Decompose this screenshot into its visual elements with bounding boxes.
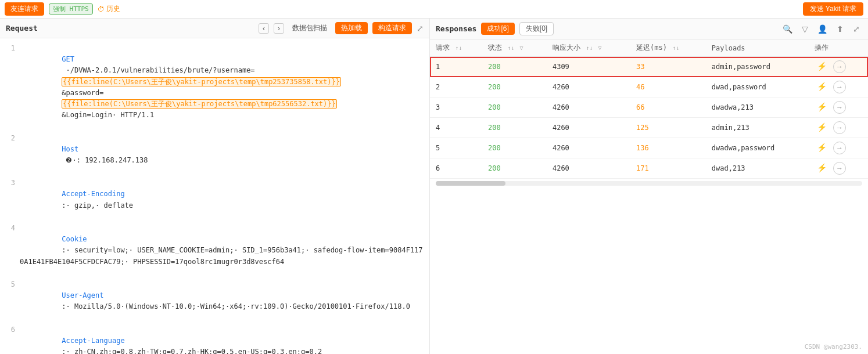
cell-size: 4260 <box>547 138 630 158</box>
user-icon: 👤 <box>817 24 827 34</box>
cell-actions: ⚡ → <box>809 77 868 97</box>
cell-latency: 66 <box>630 97 706 118</box>
cell-payload: dwad,password <box>706 77 809 97</box>
line-number-1: 1 <box>6 43 15 132</box>
http-method: GET <box>62 55 74 63</box>
nav-next-button[interactable]: › <box>274 23 284 34</box>
filter-icon: ▽ <box>802 24 808 34</box>
nav-prev-button[interactable]: ‹ <box>259 23 269 34</box>
cell-latency: 171 <box>630 158 706 179</box>
scrollbar-thumb[interactable] <box>436 181 505 186</box>
request-line-6: 6 Accept-Language :· zh-CN,zh;q=0.8,zh-T… <box>6 324 424 354</box>
action-arrow-button[interactable]: → <box>833 162 846 175</box>
col-header-payloads: Payloads <box>706 39 809 57</box>
header-useragent-val: :· Mozilla/5.0·(Windows·NT·10.0;·Win64;·… <box>62 302 410 310</box>
action-send-button[interactable]: ⚡ <box>815 61 829 71</box>
table-row[interactable]: 2 200 4260 46 dwad,password ⚡ → <box>430 77 868 97</box>
search-icon-button[interactable]: 🔍 <box>780 23 795 35</box>
responses-table: 请求 ↑↓ 状态 ↑↓ ▽ 响应大小 ↑↓ ▽ <box>430 39 868 354</box>
export-icon-button[interactable]: ⬆ <box>834 23 846 35</box>
responses-data-table: 请求 ↑↓ 状态 ↑↓ ▽ 响应大小 ↑↓ ▽ <box>430 39 868 179</box>
line-number-6: 6 <box>6 324 15 354</box>
table-row[interactable]: 3 200 4260 66 dwadwa,213 ⚡ → <box>430 97 868 118</box>
cell-req-num: 6 <box>430 158 482 179</box>
action-arrow-button[interactable]: → <box>833 81 846 93</box>
sort-icon-latency: ↑↓ <box>672 45 679 51</box>
fuzz-username-payload: {{file:line(C:\Users\王子俊\yakit-projects\… <box>62 77 341 86</box>
horizontal-scrollbar[interactable] <box>436 181 862 186</box>
cell-status: 200 <box>482 57 547 77</box>
table-row[interactable]: 1 200 4309 33 admin,password ⚡ → <box>430 57 868 77</box>
action-send-button[interactable]: ⚡ <box>815 142 829 153</box>
right-toolbar: Responses 成功[6] 失败[0] 🔍 ▽ 👤 ⬆ ⤢ <box>430 19 868 39</box>
friend-request-button[interactable]: 友连请求 <box>5 2 44 16</box>
col-header-size: 响应大小 ↑↓ ▽ <box>547 39 630 57</box>
request-line-2: 2 Host ❷·: 192.168.247.138 <box>6 133 424 178</box>
action-arrow-button[interactable]: → <box>833 101 846 114</box>
url-base: ·/DVWA-2.0.1/vulnerabilities/brute/?user… <box>62 66 254 74</box>
header-acceptlang-val: :· zh-CN,zh;q=0.8,zh-TW;q=0.7,zh-HK;q=0.… <box>62 348 322 354</box>
cell-req-num: 4 <box>430 118 482 138</box>
user-icon-button[interactable]: 👤 <box>815 23 830 35</box>
fuzz-password-payload: {{file:line(C:\Users\王子俊\yakit-projects\… <box>62 99 336 109</box>
request-panel-title: Request <box>6 24 254 32</box>
left-expand-button[interactable]: ⤢ <box>417 24 424 33</box>
line-number-2: 2 <box>6 133 15 178</box>
url-login: &Login=Login· HTTP/1.1 <box>62 111 154 119</box>
success-filter-button[interactable]: 成功[6] <box>481 23 514 35</box>
cell-req-num: 5 <box>430 138 482 158</box>
col-header-status: 状态 ↑↓ ▽ <box>482 39 547 57</box>
cell-payload: admin,password <box>706 57 809 77</box>
table-row[interactable]: 4 200 4260 125 admin,213 ⚡ → <box>430 118 868 138</box>
search-icon: 🔍 <box>783 24 792 34</box>
submit-fuzzer-button[interactable]: 发送 Yakit 请求 <box>803 2 863 16</box>
cell-status: 200 <box>482 118 547 138</box>
line-content-4: Cookie :· security=low;· USER_NAME_COOKI… <box>20 223 424 279</box>
history-tag: ⏱ 历史 <box>98 4 120 14</box>
cell-req-num: 1 <box>430 57 482 77</box>
cell-latency: 46 <box>630 77 706 97</box>
cell-size: 4260 <box>547 97 630 118</box>
line-number-5: 5 <box>6 279 15 324</box>
main-content: Request ‹ › 数据包扫描 热加载 构造请求 ⤢ 1 GET ·/DVW… <box>0 19 868 354</box>
responses-tbody: 1 200 4309 33 admin,password ⚡ → 2 200 4… <box>430 57 868 179</box>
filter-icon-button[interactable]: ▽ <box>799 23 810 35</box>
cell-actions: ⚡ → <box>809 138 868 158</box>
cell-actions: ⚡ → <box>809 158 868 179</box>
action-send-button[interactable]: ⚡ <box>815 162 829 173</box>
request-editor[interactable]: 1 GET ·/DVWA-2.0.1/vulnerabilities/brute… <box>0 38 429 354</box>
expand-icon: ⤢ <box>853 24 860 34</box>
watermark: CSDN @wang2303. <box>805 343 862 351</box>
data-scan-button[interactable]: 数据包扫描 <box>289 22 331 34</box>
header-useragent-key: User-Agent <box>62 291 103 299</box>
action-arrow-button[interactable]: → <box>833 142 846 154</box>
action-send-button[interactable]: ⚡ <box>815 122 829 132</box>
cell-size: 4260 <box>547 77 630 97</box>
cell-status: 200 <box>482 77 547 97</box>
cell-req-num: 3 <box>430 97 482 118</box>
history-label: 历史 <box>106 4 120 14</box>
action-send-button[interactable]: ⚡ <box>815 102 829 112</box>
cell-actions: ⚡ → <box>809 97 868 118</box>
line-content-2: Host ❷·: 192.168.247.138 <box>20 133 424 178</box>
action-arrow-button[interactable]: → <box>833 121 846 134</box>
fail-filter-button[interactable]: 失败[0] <box>519 22 554 35</box>
header-host-badge: ❷·: 192.168.247.138 <box>62 156 148 164</box>
request-line-5: 5 User-Agent :· Mozilla/5.0·(Windows·NT·… <box>6 279 424 324</box>
construct-request-button[interactable]: 构造请求 <box>372 22 412 34</box>
table-row[interactable]: 5 200 4260 136 dwadwa,password ⚡ → <box>430 138 868 158</box>
export-icon: ⬆ <box>837 24 844 34</box>
line-number-3: 3 <box>6 178 15 222</box>
line-number-4: 4 <box>6 223 15 279</box>
filter-icon-size: ▽ <box>598 45 601 51</box>
line-content-3: Accept-Encoding :· gzip,· deflate <box>20 178 424 222</box>
hot-load-button[interactable]: 热加载 <box>335 22 368 34</box>
right-expand-button[interactable]: ⤢ <box>851 23 862 35</box>
request-line-3: 3 Accept-Encoding :· gzip,· deflate <box>6 178 424 222</box>
action-arrow-button[interactable]: → <box>833 60 846 73</box>
action-send-button[interactable]: ⚡ <box>815 81 829 92</box>
sort-icon-status: ↑↓ <box>507 45 514 51</box>
line-content-1: GET ·/DVWA-2.0.1/vulnerabilities/brute/?… <box>20 43 424 132</box>
col-header-actions: 操作 <box>809 39 868 57</box>
table-row[interactable]: 6 200 4260 171 dwad,213 ⚡ → <box>430 158 868 179</box>
